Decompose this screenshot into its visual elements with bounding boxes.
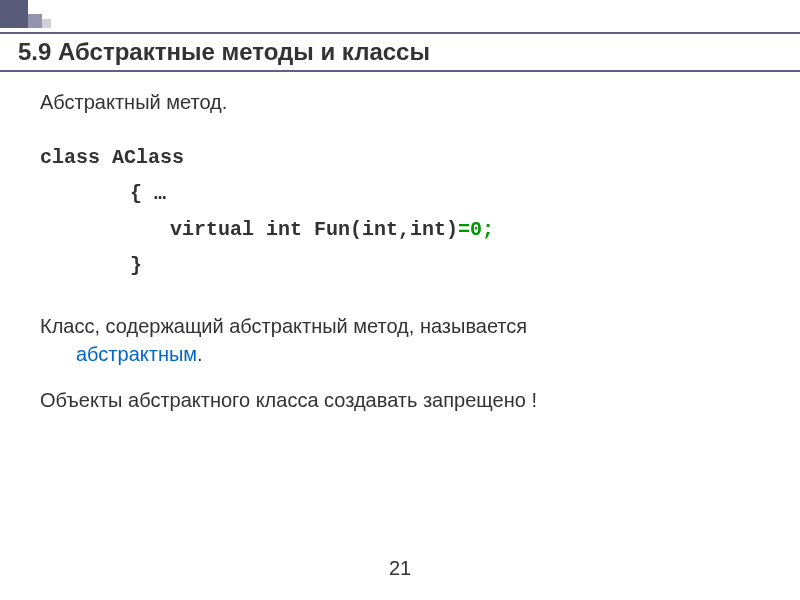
deco-square-medium — [28, 14, 42, 28]
paragraph: Класс, содержащий абстрактный метод, наз… — [40, 312, 760, 368]
code-pure-virtual: =0; — [458, 218, 494, 241]
para-text: . — [197, 343, 203, 365]
slide-content: Абстрактный метод. class AClass { … virt… — [40, 88, 760, 432]
code-line: class AClass — [40, 140, 760, 176]
para-indent: абстрактным. — [76, 340, 203, 368]
code-line: } — [130, 248, 760, 284]
highlighted-term: абстрактным — [76, 343, 197, 365]
code-line: virtual int Fun(int,int)=0; — [170, 212, 760, 248]
code-line: { … — [130, 176, 760, 212]
slide-title-bar: 5.9 Абстрактные методы и классы — [0, 32, 800, 72]
page-number: 21 — [0, 557, 800, 580]
slide-corner-decoration — [0, 0, 51, 28]
deco-square-large — [0, 0, 28, 28]
paragraph: Объекты абстрактного класса создавать за… — [40, 386, 760, 414]
slide-title: 5.9 Абстрактные методы и классы — [18, 38, 800, 66]
para-text: Класс, содержащий абстрактный метод, наз… — [40, 315, 527, 337]
code-text: virtual int Fun(int,int) — [170, 218, 458, 241]
subtitle-text: Абстрактный метод. — [40, 88, 760, 116]
deco-square-small — [42, 19, 51, 28]
code-block: class AClass { … virtual int Fun(int,int… — [40, 140, 760, 284]
